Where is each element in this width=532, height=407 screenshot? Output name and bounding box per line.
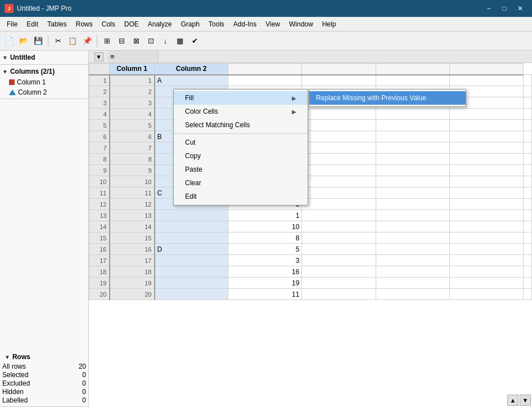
col2-cell[interactable]: 16 — [228, 266, 302, 278]
table-row[interactable]: 44 — [89, 109, 532, 120]
empty-cell-2 — [449, 221, 523, 232]
col1-cell[interactable] — [155, 266, 228, 278]
table-row[interactable]: 11A — [89, 75, 532, 86]
table-name-header[interactable]: ▼ Untitled — [0, 52, 88, 63]
table-row[interactable]: 55 — [89, 120, 532, 131]
col2-cell[interactable]: 5 — [228, 244, 302, 255]
col1-cell[interactable]: A — [155, 75, 228, 86]
minimize-button[interactable]: − — [481, 3, 496, 14]
tb-btn-8[interactable]: ↓ — [159, 34, 172, 48]
rows-header[interactable]: ▼ Rows — [2, 351, 86, 363]
context-menu-item-cut[interactable]: Cut — [174, 136, 308, 149]
context-menu-item-copy[interactable]: Copy — [174, 149, 308, 163]
table-row[interactable]: 15158 — [89, 232, 532, 244]
menu-item-edit[interactable]: Edit — [22, 19, 43, 30]
menu-item-rows[interactable]: Rows — [71, 19, 97, 30]
col1-header[interactable]: Column 1 — [110, 64, 155, 75]
empty-cell-2 — [449, 75, 523, 86]
table-row[interactable]: 12123 — [89, 199, 532, 210]
scroll-down-button[interactable]: ▼ — [520, 395, 531, 406]
empty-cell-1 — [376, 199, 449, 210]
table-row[interactable]: 99 — [89, 165, 532, 176]
table-row[interactable]: 66B — [89, 131, 532, 142]
context-menu-item-edit[interactable]: Edit — [174, 190, 308, 203]
filter-rows-button[interactable]: ▼ — [94, 52, 103, 61]
menu-item-add-ins[interactable]: Add-Ins — [229, 19, 261, 30]
table-row[interactable]: 181816 — [89, 266, 532, 278]
save-button[interactable]: 💾 — [31, 34, 45, 48]
col2-cell[interactable]: 3 — [228, 255, 302, 266]
column1-item[interactable]: Column 1 — [0, 77, 88, 87]
table-row[interactable]: 191919 — [89, 278, 532, 289]
row-number: 6 — [89, 131, 110, 142]
tb-btn-7[interactable]: ⊡ — [144, 34, 157, 48]
col1-cell[interactable]: D — [155, 244, 228, 255]
menu-item-view[interactable]: View — [261, 19, 285, 30]
empty-cell-0 — [302, 187, 376, 199]
replace-missing-item[interactable]: Replace Missing with Previous Value — [309, 91, 466, 105]
col2-cell[interactable]: 11 — [228, 289, 302, 300]
col2-header[interactable]: Column 2 — [155, 64, 228, 75]
sort-icon: ≡ — [110, 52, 115, 61]
context-menu-item-paste[interactable]: Paste — [174, 163, 308, 176]
menu-item-cols[interactable]: Cols — [97, 19, 120, 30]
col1-cell[interactable] — [155, 278, 228, 289]
tb-btn-4[interactable]: ⊞ — [100, 34, 114, 48]
menu-item-doe[interactable]: DOE — [120, 19, 143, 30]
close-button[interactable]: ✕ — [513, 3, 528, 14]
empty-cell-1 — [376, 289, 449, 300]
context-menu-item-select-matching-cells[interactable]: Select Matching Cells — [174, 118, 308, 132]
scroll-up-button[interactable]: ▲ — [507, 395, 519, 406]
col1-cell[interactable] — [155, 289, 228, 300]
table-row[interactable]: 77 — [89, 142, 532, 154]
table-row[interactable]: 1010 — [89, 176, 532, 187]
empty-cell-3 — [524, 210, 532, 221]
new-button[interactable]: 📄 — [2, 34, 16, 48]
menu-item-file[interactable]: File — [2, 19, 22, 30]
context-menu-item-clear[interactable]: Clear — [174, 176, 308, 190]
col1-cell[interactable] — [155, 232, 228, 244]
col2-cell[interactable] — [228, 75, 302, 86]
toolbar-sep2 — [97, 35, 97, 47]
table-row[interactable]: 13131 — [89, 210, 532, 221]
col1-cell[interactable] — [155, 210, 228, 221]
tb-btn-6[interactable]: ⊠ — [129, 34, 143, 48]
col2-cell[interactable]: 8 — [228, 232, 302, 244]
tb-btn-9[interactable]: ▦ — [173, 34, 187, 48]
empty-cell-3 — [524, 120, 532, 131]
col2-cell[interactable]: 1 — [228, 210, 302, 221]
table-row[interactable]: 141410 — [89, 221, 532, 232]
context-menu-item-color-cells[interactable]: Color Cells — [174, 105, 308, 118]
table-row[interactable]: 17173 — [89, 255, 532, 266]
col2-cell[interactable]: 10 — [228, 221, 302, 232]
rows-value-labelled: 0 — [56, 396, 87, 404]
tb-btn-10[interactable]: ✔ — [188, 34, 201, 48]
tb-btn-5[interactable]: ⊟ — [115, 34, 128, 48]
paste-button[interactable]: 📌 — [80, 34, 94, 48]
empty-cell-3 — [524, 142, 532, 154]
table-row[interactable]: 88 — [89, 154, 532, 165]
maximize-button[interactable]: □ — [497, 3, 512, 14]
menu-item-window[interactable]: Window — [285, 19, 318, 30]
table-row[interactable]: 1111C1 — [89, 187, 532, 199]
col1-cell[interactable] — [155, 255, 228, 266]
left-panel: ▼ Untitled ▼ Columns (2/1) Column 1 Colu… — [0, 51, 89, 407]
col1-cell[interactable] — [155, 221, 228, 232]
copy-button[interactable]: 📋 — [66, 34, 79, 48]
menu-item-help[interactable]: Help — [318, 19, 341, 30]
context-menu-item-fill[interactable]: Fill — [174, 91, 308, 105]
rows-label-all-rows: All rows — [2, 363, 53, 370]
menu-item-tables[interactable]: Tables — [43, 19, 71, 30]
columns-header[interactable]: ▼ Columns (2/1) — [0, 66, 88, 77]
table-row[interactable]: 202011 — [89, 289, 532, 300]
menu-item-tools[interactable]: Tools — [204, 19, 229, 30]
open-button[interactable]: 📂 — [17, 34, 30, 48]
menu-item-graph[interactable]: Graph — [176, 19, 204, 30]
table-row[interactable]: 1616D5 — [89, 244, 532, 255]
col2-cell[interactable]: 19 — [228, 278, 302, 289]
rows-header-label: Rows — [12, 353, 30, 361]
column2-item[interactable]: Column 2 — [0, 87, 88, 97]
cut-button[interactable]: ✂ — [51, 34, 65, 48]
menu-item-analyze[interactable]: Analyze — [143, 19, 177, 30]
row-number: 14 — [89, 221, 110, 232]
